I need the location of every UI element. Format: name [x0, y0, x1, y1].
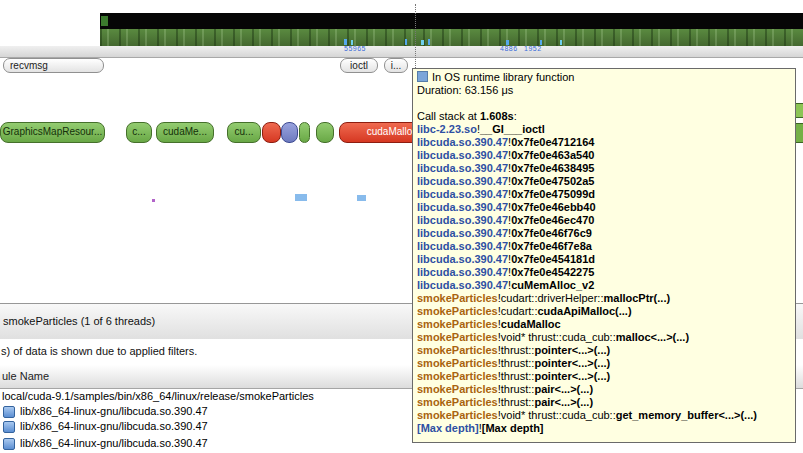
callstack-frames: libc-2.23.so!__GI___ioctl libcuda.so.390…	[417, 123, 791, 435]
stack-frame: smokeParticles!thrust::pair<...>(...)	[417, 396, 791, 409]
module-path: lib/x86_64-linux-gnu/libcuda.so.390.47	[20, 405, 208, 417]
frame-namespace: !thrust::	[498, 383, 535, 395]
thread-label: smokeParticles (1 of 6 threads)	[3, 315, 155, 327]
stack-frame: libcuda.so.390.47!0x7fe0e46f7e8a	[417, 240, 791, 253]
library-icon	[3, 421, 15, 433]
column-header-label: ule Name	[2, 370, 49, 382]
stack-frame: libcuda.so.390.47!0x7fe0e46f76c9	[417, 227, 791, 240]
module-path: local/cuda-9.1/samples/bin/x86_64/linux/…	[2, 390, 314, 402]
frame-module-name: smokeParticles	[417, 292, 498, 304]
tooltip-duration: Duration: 63.156 μs	[417, 84, 791, 97]
frame-function: [Max depth]	[482, 422, 544, 434]
frame-function: get_memory_buffer<...>(...)	[616, 409, 757, 421]
stack-frame: smokeParticles!void* thrust::cuda_cub::g…	[417, 409, 791, 422]
api-call-segment[interactable]	[316, 122, 334, 143]
tooltip-title-line: In OS runtime library function	[417, 71, 791, 84]
segment-label: cudaMe...	[163, 126, 207, 137]
stack-frame: [Max depth]![Max depth]	[417, 422, 791, 435]
stack-frame: smokeParticles!cudart::cudaApiMalloc(...…	[417, 305, 791, 318]
stack-frame: smokeParticles!cudaMalloc	[417, 318, 791, 331]
frame-function: 0x7fe0e4712164	[511, 136, 594, 148]
frame-function: 0x7fe0e475099d	[511, 188, 595, 200]
stack-frame: libcuda.so.390.47!0x7fe0e47502a5	[417, 175, 791, 188]
frame-function: pointer<...>(...)	[534, 370, 610, 382]
timeline-mark	[357, 195, 366, 201]
frame-module-name: smokeParticles	[417, 396, 498, 408]
frame-function: malloc<...>(...)	[616, 331, 689, 343]
frame-function: 0x7fe0e454181d	[511, 253, 595, 265]
frame-namespace: !thrust::	[498, 396, 535, 408]
api-call-segment[interactable]: GraphicsMapResour...	[0, 122, 105, 143]
frame-namespace: !cudart::driverHelper::	[498, 292, 604, 304]
frame-function: pair<...>(...)	[534, 383, 593, 395]
frame-module-name: libcuda.so.390.47	[417, 162, 508, 174]
api-call-segment[interactable]: cu...	[227, 122, 261, 143]
micro-count-label: 55965	[344, 45, 366, 53]
os-runtime-recvmsg-range[interactable]: recvmsg	[3, 58, 104, 73]
timeline-cursor-line	[415, 4, 416, 68]
timeline-mark	[795, 103, 803, 118]
frame-namespace: !thrust::	[498, 344, 535, 356]
stack-frame: smokeParticles!void* thrust::cuda_cub::m…	[417, 331, 791, 344]
timeline-mark	[421, 40, 424, 45]
frame-function: pointer<...>(...)	[534, 357, 610, 369]
overview-activity-mark	[101, 16, 108, 26]
timeline-mark	[405, 39, 407, 45]
segment-label: GraphicsMapResour...	[3, 126, 103, 137]
frame-function: cuMemAlloc_v2	[511, 279, 594, 291]
frame-function: 0x7fe0e463a540	[511, 149, 594, 161]
tooltip-title: In OS runtime library function	[432, 71, 574, 83]
profiler-window: recvmsg ioctl i... 55965 4886 1952 Graph…	[0, 0, 803, 453]
frame-function: pair<...>(...)	[534, 396, 593, 408]
frame-namespace: !void* thrust::cuda_cub::	[498, 331, 616, 343]
segment-label: c...	[132, 126, 145, 137]
stack-frame: libcuda.so.390.47!0x7fe0e46ec470	[417, 214, 791, 227]
frame-module-name: libc-2.23.so	[417, 123, 477, 135]
stack-frame: smokeParticles!thrust::pointer<...>(...)	[417, 344, 791, 357]
frame-module-name: smokeParticles	[417, 318, 498, 330]
frame-module-name: smokeParticles	[417, 331, 498, 343]
api-call-segment[interactable]: cudaMe...	[156, 122, 214, 143]
api-call-segment[interactable]	[262, 122, 281, 143]
callstack-heading: Call stack at 1.608s:	[417, 110, 791, 123]
api-call-segment[interactable]	[299, 122, 310, 143]
frame-module-name: libcuda.so.390.47	[417, 149, 508, 161]
frame-function: 0x7fe0e46ebb40	[511, 201, 595, 213]
stack-frame: libcuda.so.390.47!0x7fe0e4712164	[417, 136, 791, 149]
frame-namespace: !thrust::	[498, 357, 535, 369]
stack-frame: libcuda.so.390.47!0x7fe0e475099d	[417, 188, 791, 201]
callstack-time: 1.608s	[480, 110, 514, 122]
stack-frame: libcuda.so.390.47!0x7fe0e46ebb40	[417, 201, 791, 214]
library-icon	[3, 438, 15, 450]
timeline-overview-bar[interactable]	[100, 13, 803, 29]
frame-function: 0x7fe0e46f7e8a	[511, 240, 592, 252]
frame-module-name: smokeParticles	[417, 344, 498, 356]
frame-module-name: [Max depth]	[417, 422, 479, 434]
frame-function: __GI___ioctl	[480, 123, 545, 135]
os-runtime-truncated-range[interactable]: i...	[384, 58, 408, 73]
stack-frame: libcuda.so.390.47!0x7fe0e454181d	[417, 253, 791, 266]
stack-frame: smokeParticles!thrust::pair<...>(...)	[417, 383, 791, 396]
stack-frame: libcuda.so.390.47!0x7fe0e4638495	[417, 162, 791, 175]
timeline-row-strip	[0, 46, 803, 58]
module-path: lib/x86_64-linux-gnu/libcuda.so.390.47	[20, 420, 208, 432]
tooltip-spacer	[417, 97, 791, 110]
timeline-utilization-band[interactable]	[100, 29, 803, 46]
timeline-mark	[506, 40, 509, 45]
frame-function: mallocPtr(...)	[603, 292, 670, 304]
timeline-mark	[351, 40, 353, 45]
frame-module-name: libcuda.so.390.47	[417, 214, 508, 226]
api-call-segment[interactable]	[281, 122, 298, 143]
frame-namespace: !void* thrust::cuda_cub::	[498, 409, 616, 421]
stack-frame: libcuda.so.390.47!0x7fe0e4542275	[417, 266, 791, 279]
api-call-segment[interactable]: c...	[126, 122, 152, 143]
frame-module-name: smokeParticles	[417, 357, 498, 369]
timeline-mark	[560, 40, 562, 45]
stack-frame: smokeParticles!thrust::pointer<...>(...)	[417, 370, 791, 383]
frame-function: cudaApiMalloc(...)	[537, 305, 631, 317]
os-runtime-ioctl-range[interactable]: ioctl	[340, 58, 378, 73]
frame-module-name: libcuda.so.390.47	[417, 175, 508, 187]
frame-module-name: libcuda.so.390.47	[417, 201, 508, 213]
frame-function: 0x7fe0e4638495	[511, 162, 594, 174]
frame-namespace: !cudart::	[498, 305, 538, 317]
